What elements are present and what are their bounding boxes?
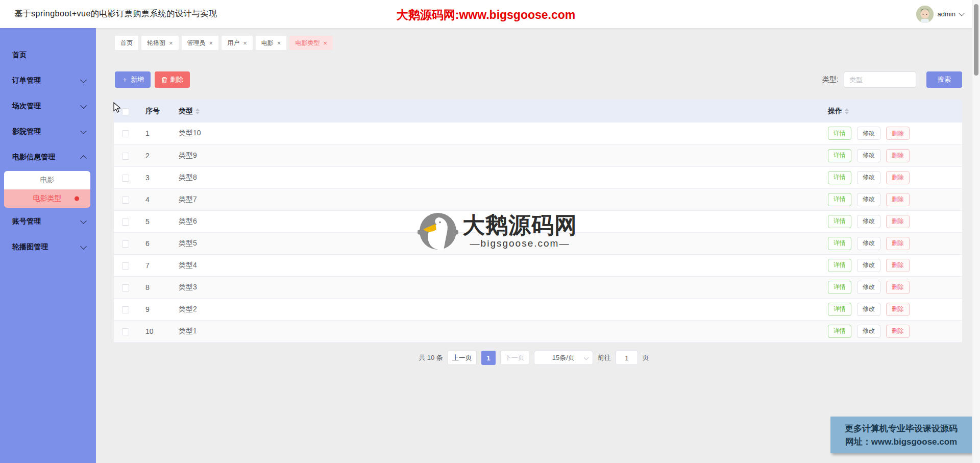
chevron-down-icon — [80, 243, 87, 250]
edit-button[interactable]: 修改 — [857, 259, 880, 272]
search-input[interactable] — [844, 71, 916, 88]
page-scrollbar[interactable] — [972, 0, 980, 463]
tab[interactable]: 轮播图 — [141, 36, 179, 50]
close-icon[interactable] — [169, 40, 173, 46]
scrollbar-thumb[interactable] — [974, 4, 978, 76]
plus-icon — [121, 75, 128, 84]
promo-line1: 更多计算机专业毕设课设源码 — [845, 423, 958, 434]
batch-delete-button[interactable]: 删除 — [155, 71, 190, 88]
tab[interactable]: 电影 — [256, 36, 287, 50]
close-icon[interactable] — [209, 40, 213, 46]
row-index-cell: 10 — [137, 320, 174, 342]
row-checkbox[interactable] — [122, 262, 129, 270]
row-index-cell: 3 — [137, 166, 174, 188]
row-checkbox[interactable] — [122, 240, 129, 248]
delete-row-button[interactable]: 删除 — [886, 303, 910, 316]
page-number-button[interactable]: 1 — [481, 351, 496, 365]
close-icon[interactable] — [323, 40, 327, 46]
goto-page-input[interactable] — [616, 351, 638, 365]
sidebar-item[interactable]: 首页 — [0, 42, 96, 68]
column-header-type[interactable]: 类型 — [174, 100, 825, 123]
select-all-checkbox[interactable] — [122, 108, 129, 115]
search-button-label: 搜索 — [938, 75, 951, 84]
column-header-index[interactable]: 序号 — [137, 100, 174, 123]
tab[interactable]: 首页 — [115, 36, 138, 50]
sidebar: 首页 订单管理 场次管理 影院管理 电影信息管理 — [0, 28, 96, 463]
delete-row-button[interactable]: 删除 — [886, 193, 910, 206]
row-type-cell: 类型5 — [174, 232, 825, 254]
detail-button[interactable]: 详情 — [828, 259, 851, 272]
delete-row-button[interactable]: 删除 — [886, 237, 910, 250]
row-checkbox[interactable] — [122, 284, 129, 291]
edit-button[interactable]: 修改 — [857, 237, 880, 250]
delete-row-button[interactable]: 删除 — [886, 171, 910, 184]
row-index-cell: 6 — [137, 232, 174, 254]
sidebar-subitem[interactable]: 电影类型 — [4, 189, 90, 208]
detail-button[interactable]: 详情 — [828, 215, 851, 228]
table-row: 2 类型9 详情 修改 删除 — [114, 144, 962, 166]
delete-row-button[interactable]: 删除 — [886, 215, 910, 228]
row-index-cell: 5 — [137, 210, 174, 232]
detail-button[interactable]: 详情 — [828, 149, 851, 162]
delete-row-button[interactable]: 删除 — [886, 281, 910, 294]
delete-row-button[interactable]: 删除 — [886, 325, 910, 338]
detail-button[interactable]: 详情 — [828, 281, 851, 294]
chevron-down-icon — [959, 10, 964, 16]
delete-button-label: 删除 — [170, 75, 183, 84]
prev-page-button[interactable]: 上一页 — [448, 351, 477, 365]
detail-button[interactable]: 详情 — [828, 127, 851, 140]
row-checkbox[interactable] — [122, 306, 129, 313]
edit-button[interactable]: 修改 — [857, 303, 880, 316]
detail-button[interactable]: 详情 — [828, 193, 851, 206]
add-button[interactable]: 新增 — [115, 71, 151, 88]
sidebar-item[interactable]: 订单管理 — [0, 68, 96, 93]
table-row: 1 类型10 详情 修改 删除 — [114, 123, 962, 144]
search-button[interactable]: 搜索 — [926, 71, 962, 88]
sidebar-item[interactable]: 电影信息管理 — [0, 144, 96, 170]
table-row: 4 类型7 详情 修改 删除 — [114, 188, 962, 210]
column-header-actions[interactable]: 操作 — [825, 100, 962, 123]
sidebar-item[interactable]: 影院管理 — [0, 119, 96, 144]
sort-caret-icon[interactable] — [845, 108, 849, 114]
delete-row-button[interactable]: 删除 — [886, 259, 910, 272]
row-checkbox[interactable] — [122, 153, 129, 160]
chevron-down-icon — [80, 155, 87, 162]
close-icon[interactable] — [277, 40, 281, 46]
tab[interactable]: 管理员 — [182, 36, 219, 50]
row-checkbox[interactable] — [122, 197, 129, 204]
tab-label: 轮播图 — [147, 39, 165, 47]
user-menu[interactable]: admin — [916, 6, 964, 23]
row-checkbox[interactable] — [122, 328, 129, 335]
tab-bar: 首页 轮播图 管理员 用户 电影 — [115, 36, 333, 50]
edit-button[interactable]: 修改 — [857, 171, 880, 184]
row-checkbox[interactable] — [122, 130, 129, 137]
sidebar-subitem[interactable]: 电影 — [4, 171, 90, 189]
tab-label: 管理员 — [187, 39, 206, 47]
detail-button[interactable]: 详情 — [828, 171, 851, 184]
sort-caret-icon[interactable] — [195, 108, 200, 114]
row-checkbox[interactable] — [122, 218, 129, 226]
detail-button[interactable]: 详情 — [828, 303, 851, 316]
tab[interactable]: 用户 — [222, 36, 253, 50]
delete-row-button[interactable]: 删除 — [886, 149, 910, 162]
sidebar-item[interactable]: 场次管理 — [0, 93, 96, 119]
sidebar-item[interactable]: 轮播图管理 — [0, 234, 96, 260]
row-checkbox[interactable] — [122, 175, 129, 182]
edit-button[interactable]: 修改 — [857, 215, 880, 228]
close-icon[interactable] — [243, 40, 247, 46]
page-size-select[interactable]: 15条/页 — [534, 351, 593, 365]
next-page-button[interactable]: 下一页 — [500, 351, 529, 365]
edit-button[interactable]: 修改 — [857, 193, 880, 206]
tab[interactable]: 电影类型 — [289, 36, 333, 50]
edit-button[interactable]: 修改 — [857, 325, 880, 338]
edit-button[interactable]: 修改 — [857, 127, 880, 140]
edit-button[interactable]: 修改 — [857, 281, 880, 294]
goto-unit: 页 — [643, 353, 649, 362]
row-type-cell: 类型1 — [174, 320, 825, 342]
sidebar-item[interactable]: 账号管理 — [0, 209, 96, 234]
detail-button[interactable]: 详情 — [828, 237, 851, 250]
detail-button[interactable]: 详情 — [828, 325, 851, 338]
edit-button[interactable]: 修改 — [857, 149, 880, 162]
avatar — [916, 6, 934, 23]
delete-row-button[interactable]: 删除 — [886, 127, 910, 140]
